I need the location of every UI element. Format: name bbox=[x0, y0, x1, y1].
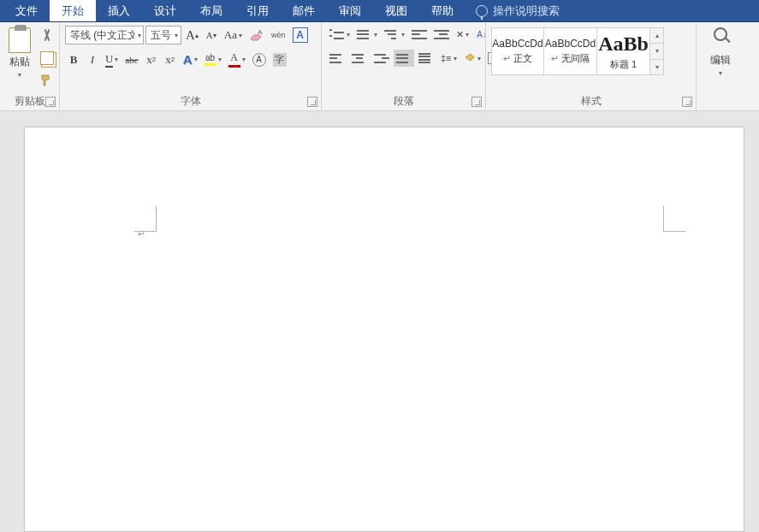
align-center-button[interactable] bbox=[349, 50, 370, 67]
character-shading-button[interactable]: 字 bbox=[270, 51, 289, 68]
change-case-button[interactable]: Aa bbox=[222, 27, 245, 44]
character-border-button[interactable]: A bbox=[290, 26, 311, 44]
circled-a-icon: A bbox=[252, 53, 266, 67]
gallery-up-button[interactable]: ▴ bbox=[650, 28, 663, 43]
group-clipboard: 粘贴 ▾ 剪贴板 bbox=[0, 22, 60, 110]
tab-references[interactable]: 引用 bbox=[234, 0, 281, 21]
phonetic-guide-button[interactable]: wén bbox=[269, 27, 288, 44]
font-name-combo[interactable]: 等线 (中文正文 ▾ bbox=[65, 26, 144, 44]
tab-home[interactable]: 开始 bbox=[50, 0, 96, 21]
shading-button[interactable] bbox=[461, 50, 483, 67]
paragraph-launcher[interactable] bbox=[471, 97, 482, 107]
indent-icon bbox=[434, 27, 449, 41]
distribute-icon bbox=[418, 51, 434, 65]
style-gallery-more: ▴ ▾ ▾ bbox=[650, 27, 664, 75]
underline-icon: U bbox=[105, 52, 113, 68]
text-effects-button[interactable]: A bbox=[181, 50, 200, 68]
multilevel-icon bbox=[384, 27, 400, 41]
clear-formatting-button[interactable]: A bbox=[246, 27, 267, 44]
increase-indent-button[interactable] bbox=[431, 26, 452, 43]
superscript-button[interactable]: x2 bbox=[162, 51, 179, 68]
find-button[interactable]: 编辑 ▾ bbox=[707, 26, 734, 79]
shrink-font-button[interactable]: A▾ bbox=[203, 27, 220, 44]
highlight-button[interactable]: ab bbox=[202, 51, 224, 68]
style-heading1[interactable]: AaBb 标题 1 bbox=[597, 27, 650, 75]
distribute-button[interactable] bbox=[416, 50, 436, 67]
tab-file[interactable]: 文件 bbox=[3, 0, 50, 21]
decrease-indent-button[interactable] bbox=[409, 26, 430, 43]
style-normal[interactable]: AaBbCcDd ↵正文 bbox=[491, 27, 544, 75]
copy-button[interactable] bbox=[38, 50, 56, 67]
chevron-down-icon[interactable]: ▾ bbox=[138, 32, 141, 39]
cut-button[interactable] bbox=[38, 27, 56, 44]
subscript-button[interactable]: x2 bbox=[143, 51, 160, 68]
paste-icon bbox=[9, 27, 31, 53]
style-preview: AaBb bbox=[598, 33, 649, 56]
paste-label: 粘贴 bbox=[9, 55, 30, 69]
style-nospacing[interactable]: AaBbCcDd ↵无间隔 bbox=[544, 27, 597, 75]
bullets-icon bbox=[329, 27, 345, 41]
tab-review[interactable]: 审阅 bbox=[327, 0, 373, 21]
paragraph-group-label: 段落 bbox=[327, 93, 480, 109]
font-launcher[interactable] bbox=[307, 97, 317, 107]
styles-group-label: 样式 bbox=[491, 93, 691, 109]
enclosed-char-button[interactable]: A bbox=[250, 51, 269, 68]
styles-launcher[interactable] bbox=[682, 97, 692, 107]
group-styles: AaBbCcDd ↵正文 AaBbCcDd ↵无间隔 AaBb 标题 1 ▴ ▾… bbox=[486, 22, 697, 110]
font-color-button[interactable]: A bbox=[226, 50, 248, 69]
tell-me-search[interactable]: 操作说明搜索 bbox=[465, 0, 570, 21]
style-preview: AaBbCcDd bbox=[545, 38, 596, 50]
italic-button[interactable]: I bbox=[84, 51, 101, 68]
line-spacing-button[interactable]: ‡≡ bbox=[438, 50, 460, 67]
boxed-a-icon: A bbox=[293, 27, 308, 43]
strikethrough-button[interactable]: abc bbox=[122, 51, 140, 68]
gallery-down-button[interactable]: ▾ bbox=[650, 43, 663, 58]
highlight-icon: ab bbox=[205, 53, 215, 62]
align-justify-button[interactable] bbox=[394, 50, 414, 67]
svg-text:A: A bbox=[258, 28, 263, 36]
tab-view[interactable]: 视图 bbox=[373, 0, 419, 21]
copy-icon bbox=[40, 51, 54, 65]
text-direction-icon: ✕ bbox=[456, 29, 464, 40]
align-left-icon bbox=[329, 51, 345, 65]
tell-me-placeholder: 操作说明搜索 bbox=[493, 3, 560, 19]
tab-layout[interactable]: 布局 bbox=[188, 0, 234, 21]
shrink-a-icon: A bbox=[206, 30, 213, 40]
multilevel-button[interactable] bbox=[382, 26, 407, 43]
shading-a-icon: 字 bbox=[273, 53, 287, 67]
align-left-button[interactable] bbox=[327, 50, 347, 67]
tab-help[interactable]: 帮助 bbox=[419, 0, 465, 21]
font-group-label: 字体 bbox=[65, 93, 316, 109]
text-effects-icon: A bbox=[183, 52, 193, 67]
underline-button[interactable]: U bbox=[103, 50, 121, 69]
align-right-button[interactable] bbox=[371, 50, 392, 67]
aa-icon: Aa bbox=[224, 28, 237, 42]
lightbulb-icon bbox=[476, 5, 488, 17]
bold-button[interactable]: B bbox=[65, 51, 82, 68]
paragraph-mark: ↵ bbox=[138, 228, 145, 239]
scissors-icon bbox=[40, 29, 54, 43]
grow-a-icon: A bbox=[186, 28, 195, 43]
font-size-combo[interactable]: 五号 ▾ bbox=[145, 26, 181, 44]
gallery-expand-button[interactable]: ▾ bbox=[650, 59, 663, 74]
tab-design[interactable]: 设计 bbox=[142, 0, 188, 21]
ribbon: 粘贴 ▾ 剪贴板 等线 (中文正文 ▾ 五号 ▾ bbox=[0, 22, 759, 111]
clipboard-launcher[interactable] bbox=[45, 97, 56, 107]
font-color-icon: A bbox=[230, 51, 238, 64]
numbering-button[interactable] bbox=[354, 26, 380, 43]
font-size-value: 五号 bbox=[151, 28, 171, 43]
style-name-label: 无间隔 bbox=[561, 53, 590, 63]
tab-insert[interactable]: 插入 bbox=[96, 0, 142, 21]
chevron-down-icon[interactable]: ▾ bbox=[175, 32, 178, 39]
editing-group-spacer bbox=[702, 93, 739, 109]
bold-icon: B bbox=[70, 53, 78, 67]
bullets-button[interactable] bbox=[327, 26, 353, 43]
grow-font-button[interactable]: A▴ bbox=[183, 27, 201, 44]
format-painter-button[interactable] bbox=[38, 72, 56, 89]
document-page[interactable]: ↵ bbox=[24, 127, 744, 532]
align-justify-icon bbox=[396, 51, 412, 65]
align-right-icon bbox=[374, 51, 389, 65]
tab-mailings[interactable]: 邮件 bbox=[281, 0, 327, 21]
paste-button[interactable]: 粘贴 ▾ bbox=[5, 26, 34, 80]
text-direction-button[interactable]: ✕ bbox=[454, 26, 471, 43]
